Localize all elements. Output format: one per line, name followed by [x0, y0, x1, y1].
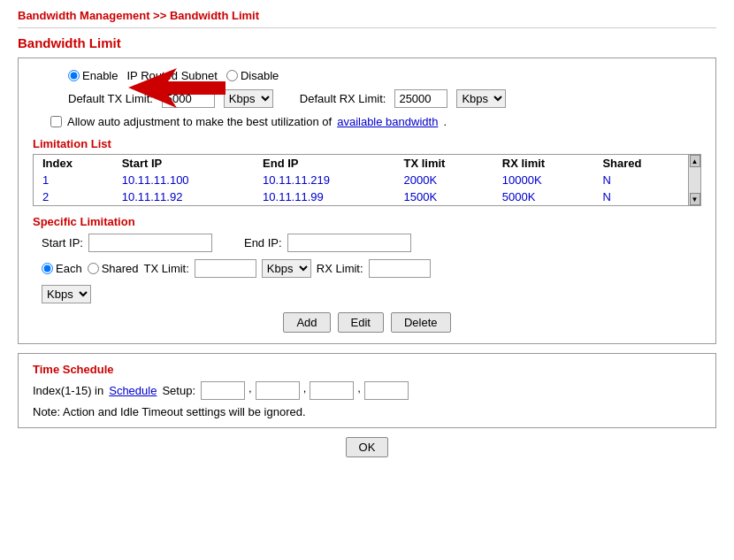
enable-radio-label[interactable]: Enable	[68, 69, 118, 82]
rx-limit-label: Default RX Limit:	[300, 92, 386, 105]
col-end-ip: End IP	[254, 155, 394, 172]
rx-limit-spec-input[interactable]	[369, 259, 431, 278]
disable-radio[interactable]	[226, 70, 238, 81]
scroll-up-arrow[interactable]: ▲	[690, 155, 700, 167]
kbps-row: Kbps Mbps	[42, 285, 701, 303]
schedule-input-1[interactable]	[201, 381, 245, 400]
schedule-inputs: , , ,	[201, 381, 409, 400]
schedule-input-3[interactable]	[310, 381, 354, 400]
time-schedule-title: Time Schedule	[33, 363, 701, 376]
edit-button[interactable]: Edit	[338, 312, 384, 333]
rx-limit-spec-unit[interactable]: Kbps Mbps	[42, 285, 91, 303]
shared-radio[interactable]	[88, 263, 99, 274]
table-scrollbar[interactable]: ▲ ▼	[688, 155, 700, 205]
ok-row: OK	[18, 437, 716, 457]
section-title: Bandwidth Limit	[18, 35, 716, 50]
breadcrumb: Bandwidth Management >> Bandwidth Limit	[18, 9, 716, 22]
scroll-down-arrow[interactable]: ▼	[690, 193, 700, 205]
rx-limit-spec-label: RX Limit:	[317, 262, 363, 275]
table-row: 210.11.11.9210.11.11.991500K5000KN	[34, 188, 688, 205]
tx-limit-label: Default TX Limit:	[68, 92, 153, 105]
col-index: Index	[34, 155, 113, 172]
delete-button[interactable]: Delete	[391, 312, 451, 333]
tx-rx-row: Default TX Limit: Kbps Mbps Default RX L…	[68, 89, 701, 108]
limitation-table-wrapper: Index Start IP End IP TX limit RX limit …	[33, 154, 701, 206]
schedule-input-4[interactable]	[364, 381, 409, 400]
time-schedule-box: Time Schedule Index(1-15) in Schedule Se…	[18, 353, 716, 428]
table-row: 110.11.11.10010.11.11.2192000K10000KN	[34, 172, 688, 188]
disable-radio-label[interactable]: Disable	[226, 69, 279, 82]
end-ip-input[interactable]	[287, 234, 411, 252]
divider	[18, 27, 716, 28]
tx-limit-spec-label: TX Limit:	[144, 262, 189, 275]
col-tx-limit: TX limit	[394, 155, 493, 172]
schedule-row: Index(1-15) in Schedule Setup: , , ,	[33, 381, 701, 400]
each-radio[interactable]	[42, 263, 53, 274]
limitation-list-title: Limitation List	[33, 137, 701, 150]
ok-button[interactable]: OK	[346, 437, 389, 457]
col-shared: Shared	[593, 155, 688, 172]
available-bandwidth-link[interactable]: available bandwidth	[337, 115, 438, 128]
main-box: Enable IP Routed Subnet Disable Default …	[18, 58, 716, 344]
col-rx-limit: RX limit	[493, 155, 594, 172]
table-header-row: Index Start IP End IP TX limit RX limit …	[34, 155, 688, 172]
note-text: Note: Action and Idle Timeout settings w…	[33, 405, 701, 418]
rx-unit-select[interactable]: Kbps Mbps	[456, 89, 506, 108]
each-radio-label[interactable]: Each	[42, 262, 82, 275]
add-button[interactable]: Add	[283, 312, 330, 333]
shared-radio-label[interactable]: Shared	[88, 262, 139, 275]
tx-unit-select[interactable]: Kbps Mbps	[224, 89, 273, 108]
enable-disable-row: Enable IP Routed Subnet Disable	[68, 69, 701, 82]
schedule-link[interactable]: Schedule	[109, 384, 157, 397]
start-ip-label: Start IP:	[42, 236, 83, 249]
tx-limit-spec-unit[interactable]: Kbps Mbps	[262, 259, 311, 278]
col-start-ip: Start IP	[113, 155, 254, 172]
start-ip-input[interactable]	[88, 234, 212, 252]
enable-radio[interactable]	[68, 70, 80, 81]
tx-limit-input[interactable]	[162, 89, 215, 108]
tx-limit-spec-input[interactable]	[195, 259, 256, 278]
auto-adjust-row: Allow auto adjustment to make the best u…	[50, 115, 701, 128]
auto-adjust-checkbox[interactable]	[50, 116, 62, 127]
end-ip-label: End IP:	[244, 236, 282, 249]
start-end-ip-row: Start IP: End IP:	[42, 234, 701, 252]
specific-limitation-title: Specific Limitation	[33, 215, 701, 228]
each-shared-row: Each Shared TX Limit: Kbps Mbps RX Limit…	[42, 259, 701, 278]
rx-limit-input[interactable]	[394, 89, 447, 108]
action-buttons: Add Edit Delete	[33, 312, 701, 333]
limitation-table: Index Start IP End IP TX limit RX limit …	[34, 155, 688, 205]
schedule-input-2[interactable]	[256, 381, 300, 400]
